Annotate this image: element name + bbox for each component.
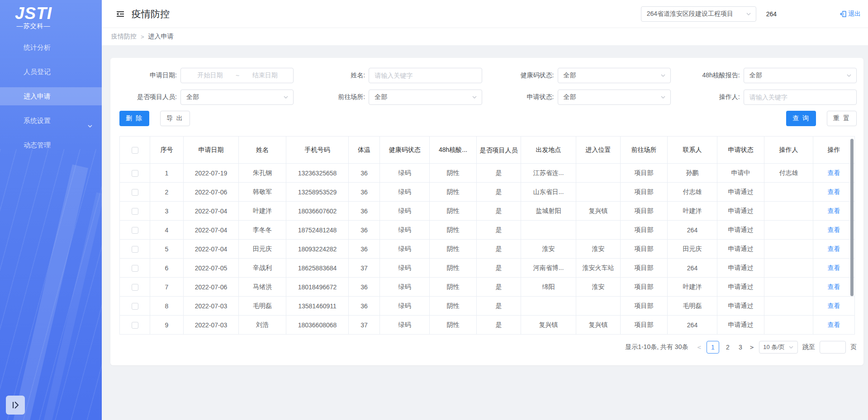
sidebar-item-entry-application[interactable]: 进入申请 [0,87,102,105]
view-link[interactable]: 查看 [828,188,840,195]
action-row: 删 除 导 出 查 询 重 置 [119,111,857,126]
table-cell: 绿码 [380,316,430,335]
checkbox-cell [120,278,150,297]
chevron-down-icon [660,94,666,100]
table-cell [764,202,813,221]
table-cell: 绿码 [380,221,430,240]
table-cell: 项目部 [621,259,668,278]
chevron-down-icon [660,73,666,78]
sidebar-item-label: 统计分析 [24,43,51,51]
prev-page-button[interactable]: < [696,344,702,351]
menu-fold-icon[interactable] [116,10,125,18]
table-cell: 36 [349,240,380,259]
next-page-button[interactable]: > [749,344,754,351]
name-input[interactable] [369,68,482,83]
checkbox-cell [120,297,150,316]
apply-date-range-input[interactable]: 开始日期 ~ 结束日期 [180,68,294,83]
table-cell: 付志雄 [764,164,813,183]
header-right: 264省道淮安区段建设工程项目 264 退出 [641,6,861,22]
table-row: 62022-07-05辛战利1862588368437绿码阴性是河南省博...淮… [120,259,855,278]
nucleic-report-select[interactable]: 全部 [744,68,857,83]
is-project-member-select[interactable]: 全部 [180,90,294,105]
table-cell [521,221,576,240]
delete-button[interactable]: 删 除 [119,111,149,126]
view-link[interactable]: 查看 [828,264,840,271]
chevron-down-icon [788,344,794,350]
table-cell: 阴性 [430,316,477,335]
row-checkbox[interactable] [132,284,138,291]
row-checkbox[interactable] [132,246,138,253]
row-checkbox[interactable] [132,227,138,234]
view-link[interactable]: 查看 [828,321,840,328]
view-link[interactable]: 查看 [828,302,840,309]
sidebar-item-registration[interactable]: 人员登记 [0,63,102,81]
export-button[interactable]: 导 出 [160,111,190,126]
column-header: 操作 [813,137,855,164]
reset-button[interactable]: 重 置 [827,111,857,126]
table-cell: 绿码 [380,297,430,316]
row-checkbox[interactable] [132,189,138,196]
destination-select[interactable]: 全部 [369,90,482,105]
row-checkbox[interactable] [132,303,138,310]
actions-cell: 查看 [813,240,855,259]
operator-input[interactable] [744,90,857,105]
table-cell: 是 [477,202,521,221]
table-cell: 申请通过 [717,278,764,297]
view-link[interactable]: 查看 [828,169,840,176]
table-cell [576,183,621,202]
view-link[interactable]: 查看 [828,283,840,290]
logo-subtitle: —苏交科— [8,22,59,30]
sidebar-menu: 统计分析 人员登记 进入申请 系统设置 动态管理 [0,38,102,154]
view-link[interactable]: 查看 [828,245,840,252]
row-checkbox[interactable] [132,265,138,272]
table-cell: 是 [477,316,521,335]
row-checkbox[interactable] [132,170,138,177]
breadcrumb: 疫情防控 > 进入申请 [102,28,868,45]
select-all-checkbox[interactable] [132,147,138,154]
table-cell: 18036608068 [286,316,349,335]
table-cell: 申请通过 [717,221,764,240]
page-button-3[interactable]: 3 [736,344,745,351]
table-cell: 刘浩 [239,316,286,335]
table-scrollbar[interactable] [850,139,854,296]
table-cell: 阴性 [430,297,477,316]
table-cell: 河南省博... [521,259,576,278]
actions-cell: 查看 [813,164,855,183]
operator-label: 操作人: [674,93,740,101]
sidebar-expand-button[interactable] [6,396,25,415]
table-cell: 5 [150,240,184,259]
row-checkbox[interactable] [132,322,138,329]
table-cell: 项目部 [621,221,668,240]
row-checkbox[interactable] [132,208,138,215]
jump-page-input[interactable] [820,341,846,354]
page-button-2[interactable]: 2 [724,344,732,351]
page-button-1[interactable]: 1 [707,341,719,354]
start-date-placeholder: 开始日期 [186,71,234,80]
table-cell: 18036607602 [286,202,349,221]
table-cell: 是 [477,164,521,183]
table-cell: 付志雄 [668,183,717,202]
table-cell: 项目部 [621,278,668,297]
table-cell: 复兴镇 [521,316,576,335]
table-cell: 2022-07-04 [184,221,239,240]
table-cell: 2022-07-04 [184,240,239,259]
column-header: 联系人 [668,137,717,164]
logout-button[interactable]: 退出 [840,10,861,18]
end-date-placeholder: 结束日期 [241,71,289,80]
table-cell: 2022-07-03 [184,297,239,316]
table-cell: 申请通过 [717,202,764,221]
page-size-select[interactable]: 10 条/页 [759,341,798,354]
project-select[interactable]: 264省道淮安区段建设工程项目 [641,6,756,22]
health-code-select[interactable]: 全部 [558,68,671,83]
sidebar-item-dynamic-management[interactable]: 动态管理 [0,136,102,154]
apply-status-select[interactable]: 全部 [558,90,671,105]
sidebar-item-system-settings[interactable]: 系统设置 [0,112,102,130]
view-link[interactable]: 查看 [828,207,840,214]
breadcrumb-parent[interactable]: 疫情防控 [111,33,137,41]
view-link[interactable]: 查看 [828,226,840,233]
table-row: 42022-07-04李冬冬1875248124836绿码阴性是项目部264申请… [120,221,855,240]
query-button[interactable]: 查 询 [786,111,816,126]
actions-cell: 查看 [813,259,855,278]
sidebar-item-statistics[interactable]: 统计分析 [0,38,102,57]
table-cell: 36 [349,278,380,297]
